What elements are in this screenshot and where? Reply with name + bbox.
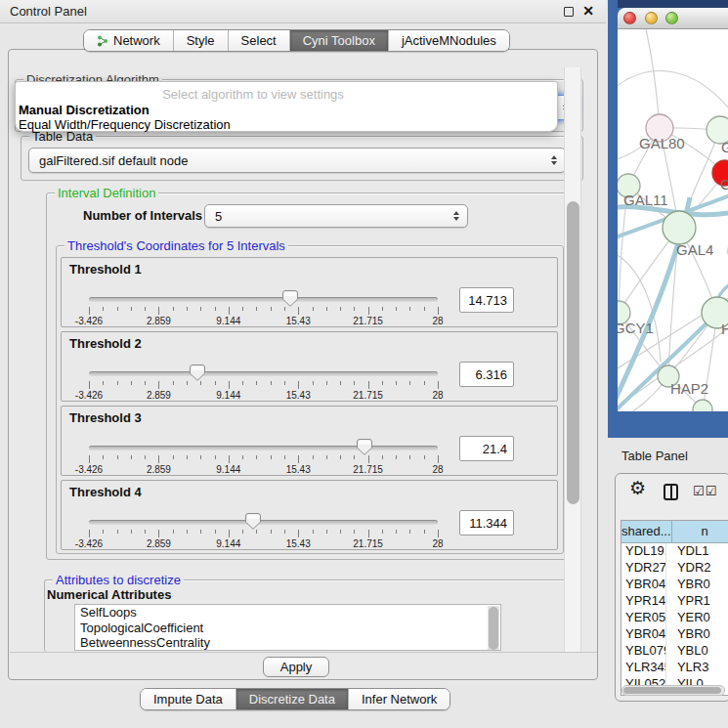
cell-shared-name: YLR345W xyxy=(621,660,666,676)
panel-title: Control Panel xyxy=(10,4,87,19)
tab-impute-data[interactable]: Impute Data xyxy=(141,689,236,709)
cell-shared-name: YBL079W xyxy=(621,643,666,660)
number-of-intervals-label: Number of Intervals xyxy=(83,208,202,223)
network-edge xyxy=(618,409,703,411)
node-label: GAL4 xyxy=(676,241,713,258)
scrollbar-thumb[interactable] xyxy=(567,201,579,504)
network-icon xyxy=(97,35,108,47)
settings-scrollbar[interactable] xyxy=(564,67,581,652)
attribute-list-item[interactable]: TopologicalCoefficient xyxy=(75,621,500,636)
close-icon[interactable]: ✕ xyxy=(582,3,594,19)
float-window-icon[interactable] xyxy=(564,7,574,17)
network-edge xyxy=(645,29,660,128)
zoom-traffic-light-icon[interactable] xyxy=(665,12,678,24)
node-label: GAL80 xyxy=(639,135,685,151)
tab-jactivemnodules[interactable]: jActiveMNodules xyxy=(389,30,509,51)
cyni-toolbox-panel: Discretization Algorithm Table Data galF… xyxy=(8,49,598,680)
attribute-list-item[interactable]: SelfLoops xyxy=(75,605,500,621)
slider-track[interactable] xyxy=(89,297,438,302)
table-row[interactable]: YER054CYER0 xyxy=(621,610,728,626)
column-header-shared[interactable]: shared... xyxy=(621,521,672,543)
cell-name: YBL0 xyxy=(666,643,728,660)
network-node[interactable] xyxy=(663,211,696,244)
close-traffic-light-icon[interactable] xyxy=(623,12,636,24)
combo-arrows-icon xyxy=(453,211,459,221)
node-label: H xyxy=(721,321,728,337)
table-row[interactable]: YDL19...YDL1 xyxy=(621,543,728,560)
slider-track[interactable] xyxy=(89,371,438,376)
group-label: Threshold's Coordinates for 5 Intervals xyxy=(64,238,288,253)
slider-ticks xyxy=(89,307,438,316)
threshold-value-field[interactable]: 14.713 xyxy=(459,287,514,313)
table-header-row: shared... n xyxy=(621,521,728,543)
network-view-canvas[interactable]: GAL80GCGAL11GAL4GCY1HHAP2 xyxy=(618,29,728,411)
popup-option-manual-discretization[interactable]: Manual Discretization xyxy=(19,103,150,117)
algorithm-dropdown-popup: Select algorithm to view settings Manual… xyxy=(15,81,558,132)
control-panel-titlebar: Control Panel ✕ xyxy=(0,0,606,23)
node-label: GCY1 xyxy=(618,320,654,336)
table-data-combobox[interactable]: galFiltered.sif default node xyxy=(28,148,566,173)
network-window-titlebar[interactable] xyxy=(618,8,728,29)
numerical-attributes-list[interactable]: SelfLoopsTopologicalCoefficientBetweenne… xyxy=(74,604,501,651)
slider-tick-labels: -3.4262.8599.14415.4321.71528 xyxy=(89,390,438,402)
tab-network[interactable]: Network xyxy=(84,30,174,51)
column-header-name[interactable]: n xyxy=(672,521,728,543)
node-label: GAL11 xyxy=(623,192,668,208)
slider-tick-labels: -3.4262.8599.14415.4321.71528 xyxy=(89,464,438,476)
apply-button[interactable]: Apply xyxy=(263,657,329,677)
threshold-value-field[interactable]: 11.344 xyxy=(459,510,514,535)
group-label: Interval Definition xyxy=(55,186,158,200)
scrollbar-thumb[interactable] xyxy=(489,607,498,650)
slider-thumb[interactable] xyxy=(282,290,298,307)
combo-arrows-icon xyxy=(551,155,557,165)
slider-thumb[interactable] xyxy=(190,364,205,381)
tab-cyni-toolbox[interactable]: Cyni Toolbox xyxy=(290,30,389,51)
slider-thumb[interactable] xyxy=(245,513,261,530)
tab-label: Impute Data xyxy=(153,692,223,707)
network-node[interactable] xyxy=(693,400,712,411)
columns-icon[interactable] xyxy=(664,484,678,500)
number-of-intervals-combobox[interactable]: 5 xyxy=(204,204,468,228)
cell-name: YLR3 xyxy=(666,660,728,676)
slider-track[interactable] xyxy=(89,446,438,450)
table-row[interactable]: YPR145WYPR1 xyxy=(621,593,728,610)
tab-infer-network[interactable]: Infer Network xyxy=(349,689,450,709)
network-edge xyxy=(618,70,728,113)
table-horizontal-scrollbar[interactable] xyxy=(621,685,725,696)
threshold-panel-4: Threshold 4-3.4262.8599.14415.4321.71528… xyxy=(61,480,558,550)
numerical-attributes-label: Numerical Attributes xyxy=(47,587,171,602)
threshold-panel-3: Threshold 3-3.4262.8599.14415.4321.71528… xyxy=(61,406,558,476)
popup-option-equal-width-frequency[interactable]: Equal Width/Frequency Discretization xyxy=(19,117,231,132)
tab-discretize-data[interactable]: Discretize Data xyxy=(236,689,349,709)
attribute-list-item[interactable]: BetweennessCentrality xyxy=(75,635,500,651)
tab-label: Select xyxy=(241,33,277,48)
scrollbar-thumb[interactable] xyxy=(623,687,721,694)
table-row[interactable]: YBR045CYBR0 xyxy=(621,626,728,643)
table-row[interactable]: YBR043CYBR0 xyxy=(621,577,728,593)
table-row[interactable]: YLR345WYLR3 xyxy=(621,660,728,676)
window-frame-top xyxy=(618,0,728,8)
cell-shared-name: YBR043C xyxy=(621,577,666,593)
table-data-value: galFiltered.sif default node xyxy=(39,153,188,168)
tab-style[interactable]: Style xyxy=(174,30,229,51)
cell-shared-name: YDR27... xyxy=(621,560,666,577)
threshold-value-field[interactable]: 6.316 xyxy=(459,362,514,387)
cell-shared-name: YDL19... xyxy=(621,543,666,560)
node-label: HAP2 xyxy=(670,380,708,397)
checkbox-icons[interactable]: ☑☑ xyxy=(693,484,717,498)
threshold-value-field[interactable]: 21.4 xyxy=(459,436,514,461)
tab-select[interactable]: Select xyxy=(229,30,290,51)
threshold-label: Threshold 4 xyxy=(69,485,142,499)
slider-track[interactable] xyxy=(89,520,438,525)
table-row[interactable]: YBL079WYBL0 xyxy=(621,643,728,660)
minimize-traffic-light-icon[interactable] xyxy=(645,12,658,24)
cyni-mode-tabs: Impute DataDiscretize DataInfer Network xyxy=(140,688,450,710)
table-row[interactable]: YDR27...YDR2 xyxy=(621,560,728,577)
list-scrollbar[interactable] xyxy=(488,606,499,651)
gear-icon[interactable]: ⚙ xyxy=(629,479,646,497)
cell-name: YBR0 xyxy=(666,626,728,643)
group-label: Attributes to discretize xyxy=(53,573,184,587)
number-of-intervals-value: 5 xyxy=(215,209,222,224)
tab-label: Cyni Toolbox xyxy=(303,33,375,48)
slider-thumb[interactable] xyxy=(357,439,372,455)
